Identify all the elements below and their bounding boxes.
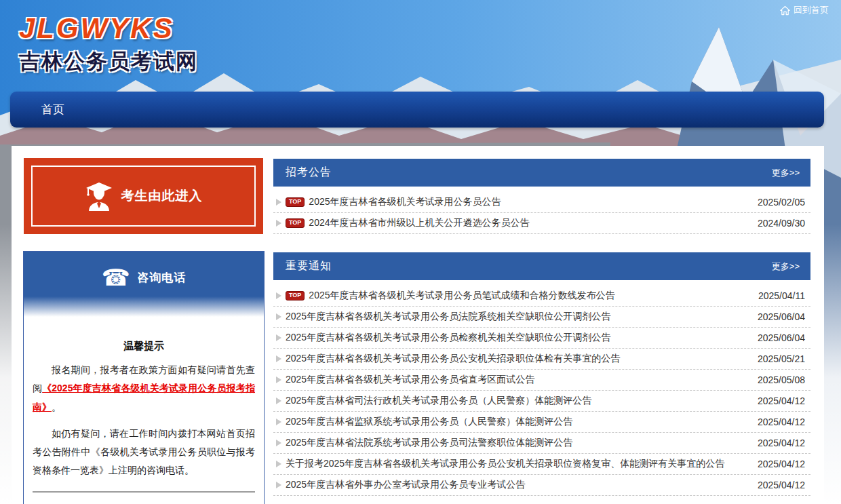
list-item[interactable]: 2025年度吉林省各级机关考试录用公务员法院系统相关空缺职位公开调剂公告2025…: [273, 307, 810, 328]
announcement-link[interactable]: 2025年度吉林省各级机关考试录用公务员公安机关招录职位体检有关事宜的公告: [286, 353, 749, 365]
site-title: 吉林公务员考试网: [19, 47, 198, 76]
graduate-icon: [85, 181, 113, 211]
candidate-entry-inner: 考生由此进入: [31, 166, 256, 227]
panel-zhaokao-gonggao: 招考公告 更多>> TOP2025年度吉林省各级机关考试录用公务员公告2025/…: [273, 159, 810, 234]
bullet-triangle-icon: [276, 376, 281, 383]
announcement-date: 2025/06/04: [758, 311, 805, 322]
more-link[interactable]: 更多>>: [772, 167, 800, 179]
list-item[interactable]: TOP2025年度吉林省各级机关考试录用公务员公告2025/02/05: [273, 192, 810, 213]
announcement-date: 2025/06/04: [758, 332, 805, 343]
candidate-entry-button[interactable]: 考生由此进入: [24, 158, 263, 234]
bullet-triangle-icon: [276, 440, 281, 446]
logo-english: JLGWYKS: [19, 12, 198, 45]
announcement-date: 2025/02/05: [758, 197, 805, 208]
announcement-date: 2025/04/12: [758, 395, 805, 406]
tips-paragraph-1: 报名期间，报考者在政策方面如有疑问请首先查阅《2025年度吉林省各级机关考试录用…: [33, 361, 255, 416]
panel-header: 重要通知 更多>>: [273, 252, 810, 280]
bullet-triangle-icon: [276, 355, 281, 362]
announcement-date: 2025/05/08: [758, 374, 805, 385]
list-item[interactable]: 2025年度吉林省各级机关考试录用公务员检察机关相关空缺职位公开调剂公告2025…: [273, 328, 810, 349]
candidate-entry-label: 考生由此进入: [121, 187, 203, 205]
panel-header: 招考公告 更多>>: [273, 159, 810, 187]
bullet-triangle-icon: [276, 398, 281, 404]
home-icon: [780, 5, 790, 16]
announcement-link[interactable]: 2025年度吉林省监狱系统考试录用公务员（人民警察）体能测评公告: [286, 416, 749, 428]
tips-p1-suffix: 。: [52, 402, 61, 412]
top-badge: TOP: [286, 197, 305, 207]
panel-zhongyao-tongzhi: 重要通知 更多>> TOP2025年度吉林省各级机关考试录用公务员笔试成绩和合格…: [273, 252, 810, 496]
announcement-link[interactable]: 2025年度吉林省外事办公室考试录用公务员专业考试公告: [286, 479, 749, 491]
site-logo: JLGWYKS 吉林公务员考试网: [19, 12, 198, 76]
list-item[interactable]: 2025年度吉林省各级机关考试录用公务员公安机关招录职位体检有关事宜的公告202…: [273, 349, 810, 370]
bullet-triangle-icon: [276, 220, 281, 227]
bullet-triangle-icon: [276, 292, 281, 299]
list-item[interactable]: 2025年度吉林省司法行政机关考试录用公务员（人民警察）体能测评公告2025/0…: [273, 391, 810, 412]
tips-divider: [33, 491, 255, 493]
bullet-triangle-icon: [276, 482, 281, 488]
consult-box: ☎ 咨询电话 温馨提示 报名期间，报考者在政策方面如有疑问请首先查阅《2025年…: [23, 251, 265, 504]
list-item[interactable]: TOP2024年度吉林省市州级以上机关公开遴选公务员公告2024/09/30: [273, 213, 810, 234]
bullet-triangle-icon: [276, 461, 281, 467]
announcement-link[interactable]: 2025年度吉林省法院系统考试录用公务员司法警察职位体能测评公告: [286, 437, 749, 449]
list-item[interactable]: 2025年度吉林省外事办公室考试录用公务员专业考试公告2025/04/12: [273, 475, 810, 496]
announcement-link[interactable]: 2025年度吉林省各级机关考试录用公务员法院系统相关空缺职位公开调剂公告: [286, 311, 749, 323]
announcement-date: 2025/04/12: [758, 438, 805, 448]
list-item[interactable]: 2025年度吉林省监狱系统考试录用公务员（人民警察）体能测评公告2025/04/…: [273, 412, 810, 433]
announcement-date: 2024/09/30: [758, 218, 805, 229]
announcement-link[interactable]: 2025年度吉林省司法行政机关考试录用公务员（人民警察）体能测评公告: [286, 395, 749, 407]
announcement-date: 2025/04/12: [758, 480, 805, 490]
announcement-link[interactable]: 2025年度吉林省各级机关考试录用公务员笔试成绩和合格分数线发布公告: [309, 290, 750, 302]
announcement-link[interactable]: 2025年度吉林省各级机关考试录用公务员检察机关相关空缺职位公开调剂公告: [286, 332, 749, 344]
bullet-triangle-icon: [276, 334, 281, 341]
announcement-date: 2025/04/11: [758, 290, 805, 301]
consult-header: ☎ 咨询电话: [24, 252, 264, 317]
top-badge: TOP: [286, 218, 305, 228]
announcement-link[interactable]: 关于报考2025年度吉林省各级机关考试录用公务员公安机关招录职位资格复审、体能测…: [286, 458, 749, 470]
back-to-home-label: 回到首页: [794, 4, 829, 16]
panel-title: 招考公告: [286, 166, 332, 180]
bullet-triangle-icon: [276, 313, 281, 320]
tips-paragraph-2: 如仍有疑问，请在工作时间内拨打本网站首页招考公告附件中《各级机关考试录用公务员职…: [33, 425, 255, 480]
panel-title: 重要通知: [286, 259, 332, 273]
list-item[interactable]: 2025年度吉林省各级机关考试录用公务员省直考区面试公告2025/05/08: [273, 370, 810, 391]
announcement-date: 2025/04/12: [758, 416, 805, 427]
announcement-date: 2025/04/12: [758, 459, 805, 469]
announcement-link[interactable]: 2025年度吉林省各级机关考试录用公务员公告: [309, 196, 749, 208]
list-item[interactable]: 关于报考2025年度吉林省各级机关考试录用公务员公安机关招录职位资格复审、体能测…: [273, 454, 810, 475]
announcement-link[interactable]: 2025年度吉林省各级机关考试录用公务员省直考区面试公告: [286, 374, 749, 386]
announcement-list: TOP2025年度吉林省各级机关考试录用公务员公告2025/02/05TOP20…: [273, 187, 810, 234]
more-link[interactable]: 更多>>: [772, 260, 800, 273]
main-nav: 首页: [10, 92, 824, 128]
back-to-home-link[interactable]: 回到首页: [780, 4, 829, 16]
top-badge: TOP: [286, 291, 305, 301]
list-item[interactable]: TOP2025年度吉林省各级机关考试录用公务员笔试成绩和合格分数线发布公告202…: [273, 286, 810, 307]
exam-guide-link[interactable]: 《2025年度吉林省各级机关考试录用公务员报考指南》: [33, 383, 255, 412]
phone-icon: ☎: [102, 266, 130, 289]
nav-item-home[interactable]: 首页: [10, 92, 96, 128]
announcement-date: 2025/05/21: [758, 353, 805, 364]
main-column: 招考公告 更多>> TOP2025年度吉林省各级机关考试录用公务员公告2025/…: [273, 159, 810, 504]
bullet-triangle-icon: [276, 419, 281, 425]
announcement-link[interactable]: 2024年度吉林省市州级以上机关公开遴选公务员公告: [309, 217, 749, 229]
announcement-list: TOP2025年度吉林省各级机关考试录用公务员笔试成绩和合格分数线发布公告202…: [273, 280, 810, 496]
consult-title: 咨询电话: [137, 270, 186, 286]
tips-title: 温馨提示: [24, 340, 264, 353]
bullet-triangle-icon: [276, 199, 281, 206]
list-item[interactable]: 2025年度吉林省法院系统考试录用公务员司法警察职位体能测评公告2025/04/…: [273, 433, 810, 454]
